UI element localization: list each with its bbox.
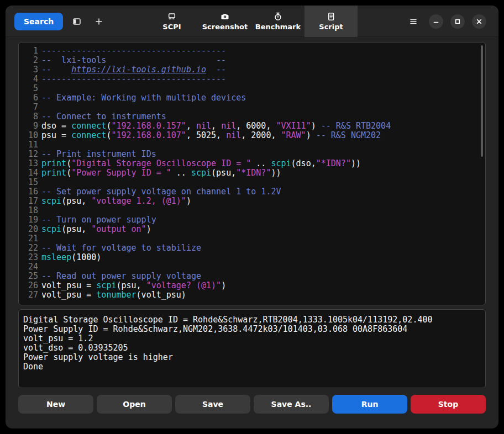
code-text <box>41 206 46 215</box>
header-right-cluster <box>405 6 486 37</box>
line-number: 26 <box>22 281 38 290</box>
save-as-button[interactable]: Save As.. <box>254 395 329 414</box>
editor-scrollbar[interactable] <box>481 45 483 157</box>
code-text: scpi(psu, "voltage 1.2, (@1)") <box>41 197 191 206</box>
line-number: 5 <box>22 84 38 93</box>
camera-icon <box>221 12 229 21</box>
line-number: 12 <box>22 150 38 159</box>
script-editor[interactable]: 1-------------------------------------2-… <box>18 42 486 305</box>
search-button[interactable]: Search <box>14 13 63 30</box>
code-line: 11 <box>22 140 485 150</box>
code-line: 21 <box>22 234 485 244</box>
line-number: 3 <box>22 65 38 75</box>
code-line: 24 <box>22 262 485 272</box>
tab-screenshot[interactable]: Screenshot <box>198 6 251 37</box>
console-line: volt_dso = 0.03935205 <box>23 343 481 353</box>
code-text <box>41 84 46 93</box>
header-bar: Search <box>6 6 498 37</box>
code-text: dso = connect("192.168.0.157", nil, nil,… <box>41 121 391 131</box>
code-line: 9dso = connect("192.168.0.157", nil, nil… <box>22 121 485 131</box>
line-number: 22 <box>22 244 38 253</box>
line-number: 1 <box>22 46 38 56</box>
menu-button[interactable] <box>405 13 422 30</box>
sidebar-toggle-button[interactable] <box>69 13 85 30</box>
code-line: 8-- Connect to instruments <box>22 112 485 121</box>
line-number: 2 <box>22 56 38 65</box>
line-number: 19 <box>22 215 38 225</box>
line-number: 18 <box>22 206 38 215</box>
code-line: 19-- Turn on power supply <box>22 215 485 225</box>
tab-scpi[interactable]: SCPI <box>145 6 198 37</box>
minimize-icon <box>432 17 440 26</box>
code-text <box>41 103 46 112</box>
code-text: -- Print instrument IDs <box>41 150 156 159</box>
console-lines: Digital Storage Oscilloscope ID = Rohde&… <box>23 315 481 372</box>
code-line: 6-- Example: Working with multiple devic… <box>22 93 485 103</box>
code-text: scpi(psu, "output on") <box>41 225 151 234</box>
tab-benchmark[interactable]: Benchmark <box>251 6 305 37</box>
run-button[interactable]: Run <box>332 395 407 414</box>
line-number: 8 <box>22 112 38 121</box>
plus-icon <box>95 17 103 26</box>
code-lines: 1-------------------------------------2-… <box>22 46 485 300</box>
code-line: 22-- Wait for voltage to stabilize <box>22 244 485 253</box>
maximize-icon <box>453 17 462 26</box>
code-line: 26volt_psu = scpi(psu, "voltage? (@1)") <box>22 281 485 290</box>
line-number: 16 <box>22 187 38 197</box>
code-text: print("Digital Storage Oscilloscope ID =… <box>41 159 361 168</box>
code-line: 15 <box>22 178 485 187</box>
output-console: Digital Storage Oscilloscope ID = Rohde&… <box>18 309 486 388</box>
code-text: volt_psu = scpi(psu, "voltage? (@1)") <box>41 281 226 290</box>
code-line: 25-- Read out power supply voltage <box>22 272 485 281</box>
close-icon <box>475 17 484 26</box>
code-line: 23msleep(1000) <box>22 253 485 262</box>
line-number: 15 <box>22 178 38 187</box>
console-line: Done <box>23 362 481 372</box>
code-line: 10psu = connect("192.168.0.107", 5025, n… <box>22 131 485 140</box>
line-number: 27 <box>22 290 38 300</box>
code-text: -- Connect to instruments <box>41 112 166 121</box>
code-text <box>41 178 46 187</box>
tab-scpi-label: SCPI <box>162 23 181 31</box>
code-text: -- Turn on power supply <box>41 215 156 225</box>
code-text <box>41 262 46 272</box>
code-line: 3-- https://lxi-tools.github.io -- <box>22 65 485 75</box>
script-icon <box>327 12 335 21</box>
line-number: 13 <box>22 159 38 168</box>
sidebar-toggle-icon <box>72 17 81 26</box>
code-text: volt_psu = tonumber(volt_psu) <box>41 290 186 300</box>
minimize-button[interactable] <box>429 14 443 29</box>
code-text: -- Set power supply voltage on channel 1… <box>41 187 281 197</box>
close-button[interactable] <box>472 14 486 29</box>
code-text <box>41 234 46 244</box>
code-line: 2-- lxi-tools -- <box>22 56 485 65</box>
line-number: 4 <box>22 75 38 84</box>
stopwatch-icon <box>274 12 282 21</box>
code-text: print("Power Supply ID = " .. scpi(psu,"… <box>41 168 281 178</box>
tab-benchmark-label: Benchmark <box>255 23 301 31</box>
maximize-button[interactable] <box>450 14 465 29</box>
line-number: 14 <box>22 168 38 178</box>
code-text: -- Read out power supply voltage <box>41 272 201 281</box>
code-line: 7 <box>22 103 485 112</box>
save-button[interactable]: Save <box>175 395 250 414</box>
code-line: 12-- Print instrument IDs <box>22 150 485 159</box>
code-text: ------------------------------------- <box>41 75 226 84</box>
code-text: ------------------------------------- <box>41 46 226 56</box>
console-line: Power Supply ID = Rohde&Schwarz,NGM202,3… <box>23 325 481 334</box>
code-line: 5 <box>22 84 485 93</box>
new-button[interactable]: New <box>18 395 93 414</box>
code-text: -- lxi-tools -- <box>41 56 226 65</box>
code-text <box>41 140 46 150</box>
open-button[interactable]: Open <box>97 395 172 414</box>
new-tab-button[interactable] <box>91 13 107 30</box>
code-line: 4------------------------------------- <box>22 75 485 84</box>
code-line: 17scpi(psu, "voltage 1.2, (@1)") <box>22 197 485 206</box>
code-line: 27volt_psu = tonumber(volt_psu) <box>22 290 485 300</box>
stop-button[interactable]: Stop <box>411 395 486 414</box>
console-line: Digital Storage Oscilloscope ID = Rohde&… <box>23 315 481 325</box>
tab-script[interactable]: Script <box>305 6 358 37</box>
code-line: 14print("Power Supply ID = " .. scpi(psu… <box>22 168 485 178</box>
line-number: 23 <box>22 253 38 262</box>
line-number: 10 <box>22 131 38 140</box>
